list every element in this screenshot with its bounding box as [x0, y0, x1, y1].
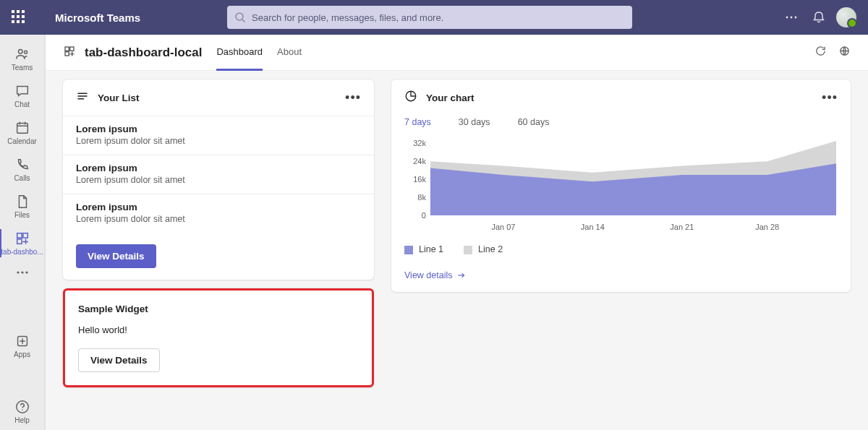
your-chart-card: Your chart ••• 7 days 30 days 60 days 08…: [391, 79, 851, 292]
rail-label: tab-dashbo...: [1, 248, 43, 256]
sample-view-details-button[interactable]: View Details: [78, 348, 160, 372]
tab-dashboard[interactable]: Dashboard: [216, 35, 263, 71]
app-topbar: Microsoft Teams: [0, 0, 868, 35]
rail-tab-dashboard[interactable]: tab-dashbo...: [0, 225, 44, 262]
svg-text:24k: 24k: [413, 157, 426, 165]
svg-point-14: [17, 271, 19, 273]
svg-rect-12: [22, 233, 27, 238]
svg-rect-11: [17, 233, 21, 238]
more-horizontal-icon: [14, 267, 30, 278]
svg-rect-22: [65, 47, 69, 51]
range-60-days[interactable]: 60 days: [518, 117, 550, 127]
svg-text:Jan 21: Jan 21: [670, 223, 694, 231]
rail-label: Files: [14, 211, 30, 219]
svg-text:32k: 32k: [413, 139, 426, 147]
app-rail: Teams Chat Calendar Calls Files tab-dash…: [0, 35, 45, 430]
svg-point-3: [791, 17, 793, 19]
svg-point-16: [25, 271, 27, 273]
sample-widget-title: Sample Widget: [78, 304, 359, 314]
svg-point-2: [786, 17, 788, 19]
pop-out-icon[interactable]: [838, 45, 851, 60]
list-item-subtitle: Lorem ipsum dolor sit amet: [76, 175, 361, 185]
rail-apps[interactable]: Apps: [0, 327, 44, 364]
calendar-icon: [14, 120, 30, 136]
svg-point-4: [795, 17, 797, 19]
rail-label: Calls: [14, 174, 30, 182]
svg-point-6: [24, 51, 27, 53]
pie-chart-icon: [404, 90, 417, 106]
sample-widget-body: Hello world!: [78, 324, 359, 335]
area-chart: 08k16k24k32kJan 07Jan 14Jan 21Jan 28: [391, 132, 851, 241]
rail-label: Chat: [14, 100, 30, 108]
list-item-title: Lorem ipsum: [76, 124, 361, 134]
list-item-title: Lorem ipsum: [76, 202, 361, 212]
more-icon[interactable]: [784, 10, 799, 25]
avatar[interactable]: [836, 7, 856, 27]
range-tabs: 7 days 30 days 60 days: [391, 110, 851, 132]
list-item: Lorem ipsumLorem ipsum dolor sit amet: [63, 116, 374, 155]
svg-rect-7: [17, 124, 27, 134]
range-30-days[interactable]: 30 days: [459, 117, 490, 127]
search-icon: [234, 12, 246, 23]
svg-text:8k: 8k: [417, 193, 426, 202]
card-more-icon[interactable]: •••: [345, 90, 361, 106]
rail-label: Apps: [14, 351, 30, 358]
list-item: Lorem ipsumLorem ipsum dolor sit amet: [63, 194, 374, 233]
card-title: Your List: [98, 93, 140, 103]
list-item-title: Lorem ipsum: [76, 163, 361, 173]
arrow-right-icon: [456, 270, 467, 280]
svg-text:0: 0: [422, 211, 426, 220]
search-box[interactable]: [227, 6, 632, 29]
svg-text:Jan 28: Jan 28: [755, 223, 779, 231]
view-details-button[interactable]: View Details: [76, 244, 156, 268]
rail-chat[interactable]: Chat: [0, 77, 44, 114]
svg-point-15: [21, 271, 23, 273]
chat-icon: [14, 83, 30, 99]
apps-icon: [14, 333, 30, 349]
page-title: tab-dashboard-local: [85, 46, 202, 60]
help-icon: [14, 399, 30, 415]
app-tile-icon: [63, 45, 76, 61]
rail-label: Help: [14, 416, 30, 424]
content-area: tab-dashboard-local Dashboard About Your…: [45, 35, 868, 430]
list-item: Lorem ipsumLorem ipsum dolor sit amet: [63, 155, 374, 194]
rail-help[interactable]: Help: [0, 393, 44, 430]
app-launcher-icon[interactable]: [12, 10, 26, 25]
list-icon: [76, 90, 89, 106]
card-more-icon[interactable]: •••: [822, 90, 838, 106]
tab-about[interactable]: About: [277, 35, 302, 71]
list-item-subtitle: Lorem ipsum dolor sit amet: [76, 214, 361, 224]
chart-legend: Line 1 Line 2: [391, 241, 851, 263]
view-details-link[interactable]: View details: [391, 263, 480, 292]
rail-label: Teams: [12, 64, 33, 72]
search-input[interactable]: [252, 12, 625, 23]
svg-text:Jan 07: Jan 07: [491, 223, 515, 231]
your-list-card: Your List ••• Lorem ipsumLorem ipsum dol…: [63, 79, 374, 280]
sample-widget-card: Sample Widget Hello world! View Details: [63, 288, 374, 387]
svg-line-1: [242, 20, 245, 22]
svg-rect-13: [17, 239, 21, 244]
rail-teams[interactable]: Teams: [0, 40, 44, 77]
svg-text:Jan 14: Jan 14: [581, 223, 605, 231]
legend-line-2: Line 2: [464, 244, 503, 254]
legend-line-1: Line 1: [404, 244, 443, 254]
rail-more[interactable]: [0, 262, 44, 285]
svg-point-21: [22, 409, 22, 410]
tab-header: tab-dashboard-local Dashboard About: [46, 35, 868, 71]
teams-icon: [14, 46, 30, 62]
rail-calendar[interactable]: Calendar: [0, 114, 44, 151]
file-icon: [14, 194, 30, 210]
card-title: Your chart: [426, 93, 475, 103]
brand-title: Microsoft Teams: [55, 12, 140, 24]
rail-label: Calendar: [7, 137, 37, 145]
app-icon: [14, 231, 30, 246]
rail-files[interactable]: Files: [0, 188, 44, 225]
svg-point-5: [18, 50, 22, 54]
svg-rect-23: [70, 47, 74, 51]
svg-text:16k: 16k: [413, 175, 426, 184]
range-7-days[interactable]: 7 days: [404, 117, 431, 127]
rail-calls[interactable]: Calls: [0, 151, 44, 188]
refresh-icon[interactable]: [814, 45, 827, 60]
notifications-icon[interactable]: [812, 10, 826, 25]
phone-icon: [14, 157, 30, 173]
